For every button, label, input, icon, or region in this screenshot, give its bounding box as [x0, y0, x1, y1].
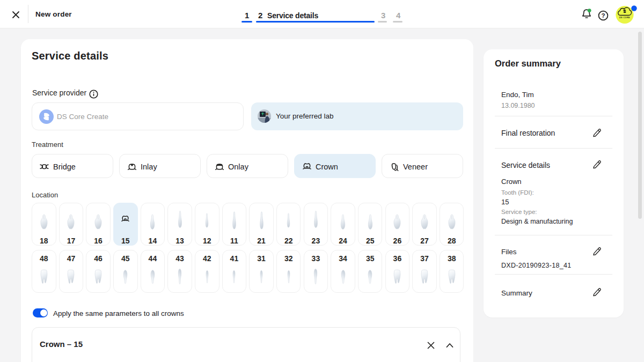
svg-text:DS CORE: DS CORE — [619, 17, 630, 19]
svg-text:?: ? — [601, 12, 605, 19]
